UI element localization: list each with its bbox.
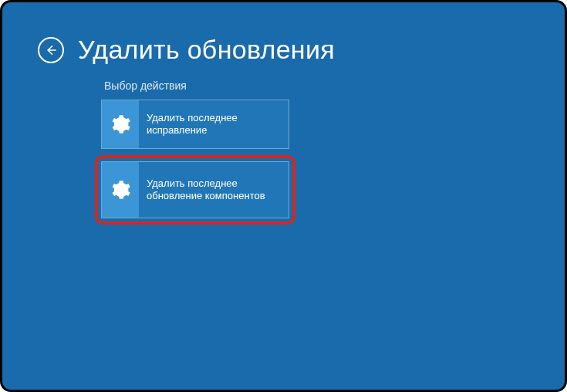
subtitle: Выбор действия [104, 79, 187, 92]
gear-icon [110, 113, 131, 135]
options-list: Удалить последнее исправление Удалить по… [101, 100, 295, 225]
uninstall-quality-update-tile[interactable]: Удалить последнее исправление [101, 100, 289, 149]
gear-icon [110, 179, 131, 201]
back-arrow-icon [44, 43, 58, 57]
header: Удалить обновления [38, 35, 335, 65]
tile-icon-wrap [102, 100, 139, 148]
tile-label: Удалить последнее обновление компонентов [139, 162, 289, 218]
page-title: Удалить обновления [78, 35, 335, 65]
uninstall-feature-update-tile[interactable]: Удалить последнее обновление компонентов [101, 161, 289, 218]
tile-label: Удалить последнее исправление [139, 100, 289, 148]
back-button[interactable] [38, 37, 64, 63]
tile-icon-wrap [102, 162, 139, 218]
highlight-annotation: Удалить последнее обновление компонентов [95, 155, 295, 225]
winre-screen: Удалить обновления Выбор действия Удалит… [0, 0, 567, 392]
